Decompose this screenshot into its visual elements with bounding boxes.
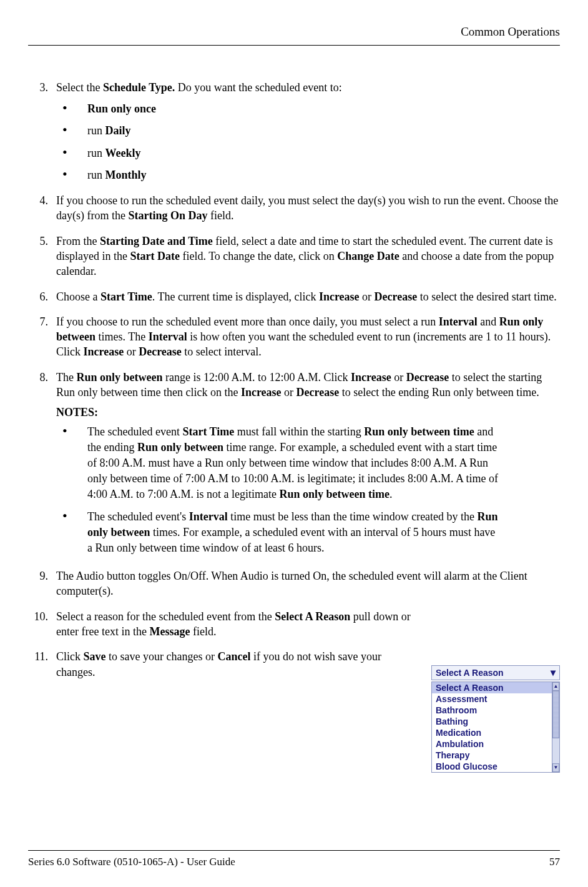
text: .: [390, 488, 393, 500]
bold: Start Time: [100, 290, 152, 303]
option-select-a-reason[interactable]: Select A Reason: [432, 682, 552, 693]
step-10: Select a reason for the scheduled event …: [28, 609, 560, 640]
bold: Run only once: [87, 102, 156, 115]
footer-divider: [28, 850, 560, 851]
text: must fall within the starting: [234, 425, 364, 438]
step-3: Select the Schedule Type. Do you want th…: [28, 80, 560, 183]
option-assessment[interactable]: Assessment: [432, 693, 552, 705]
step-5: From the Starting Date and Time field, s…: [28, 234, 560, 279]
text: run: [87, 147, 105, 159]
option-ambulation[interactable]: Ambulation: [432, 738, 552, 750]
notes-label: NOTES:: [56, 405, 560, 420]
bold: Interval: [189, 510, 228, 523]
text: The scheduled event: [87, 425, 182, 438]
text: Choose a: [56, 290, 100, 303]
bold: Schedule Type.: [103, 81, 175, 94]
text: to select the desired start time.: [417, 290, 556, 303]
step-3-bullets: Run only once run Daily run Weekly run M…: [56, 101, 560, 183]
scroll-thumb[interactable]: [552, 691, 559, 738]
bold: Increase: [319, 290, 360, 303]
bold: Weekly: [105, 147, 141, 159]
main-content: Select the Schedule Type. Do you want th…: [28, 80, 560, 680]
bold: Start Time: [182, 425, 234, 438]
bullet-weekly: run Weekly: [56, 146, 560, 161]
note-2: The scheduled event's Interval time must…: [56, 509, 560, 557]
text: to select interval.: [182, 345, 262, 358]
bold: Interval: [439, 315, 478, 328]
bold: Decrease: [296, 386, 340, 399]
select-reason-dropdown-figure: Select A Reason ▾ Select A Reason Assess…: [431, 665, 560, 773]
text: field.: [190, 625, 216, 638]
bold: Start Date: [130, 250, 179, 262]
header-divider: [28, 45, 560, 46]
select-reason-label: Select A Reason: [436, 668, 504, 678]
bold: Increase: [351, 371, 391, 384]
step-4: If you choose to run the scheduled event…: [28, 193, 560, 224]
select-reason-items: Select A Reason Assessment Bathroom Bath…: [432, 682, 552, 772]
bold: Message: [149, 625, 190, 638]
bold: NOTES: [56, 406, 94, 419]
option-bathing[interactable]: Bathing: [432, 716, 552, 727]
bullet-daily: run Daily: [56, 123, 560, 139]
bold: Decrease: [406, 371, 449, 384]
bold: Interval: [149, 330, 187, 343]
bold: Save: [84, 650, 106, 663]
text: field.: [207, 209, 233, 222]
option-blood-glucose[interactable]: Blood Glucose: [432, 761, 552, 772]
bold: Change Date: [337, 250, 399, 262]
bold: Run only between time: [364, 425, 474, 438]
bold: Monthly: [105, 169, 147, 181]
page-header-section: Common Operations: [28, 25, 560, 39]
scroll-up-icon[interactable]: ▲: [552, 682, 559, 691]
text: or: [124, 345, 139, 358]
text: . The current time is displayed, click: [152, 290, 319, 303]
text: range is 12:00 A.M. to 12:00 A.M. Click: [163, 371, 351, 384]
text: and: [478, 315, 499, 328]
text: From the: [56, 235, 100, 247]
bold: Daily: [105, 124, 131, 137]
text: to save your changes or: [106, 650, 218, 663]
notes-list: The scheduled event Start Time must fall…: [56, 424, 560, 557]
select-reason-listbox[interactable]: Select A Reason Assessment Bathroom Bath…: [431, 681, 560, 773]
text: Select the: [56, 81, 103, 94]
bold: Select A Reason: [275, 610, 350, 623]
chevron-down-icon: ▾: [551, 668, 556, 678]
scrollbar[interactable]: ▲ ▼: [552, 682, 559, 772]
text: :: [94, 406, 98, 419]
text: to select the ending Run only between ti…: [339, 386, 539, 399]
bold: Run only between time: [280, 488, 390, 500]
text: Do you want the scheduled event to:: [175, 81, 341, 94]
step-9: The Audio button toggles On/Off. When Au…: [28, 568, 560, 599]
option-bathroom[interactable]: Bathroom: [432, 705, 552, 716]
option-therapy[interactable]: Therapy: [432, 750, 552, 761]
page-number: 57: [549, 856, 560, 868]
text: The: [56, 371, 76, 384]
bold: Cancel: [217, 650, 250, 663]
scroll-down-icon[interactable]: ▼: [552, 763, 559, 772]
text: field. To change the date, click on: [180, 250, 337, 262]
text: run: [87, 124, 105, 137]
text: times. The: [96, 330, 149, 343]
bold: Starting Date and Time: [100, 235, 213, 247]
bold: Increase: [241, 386, 282, 399]
bold: Increase: [84, 345, 124, 358]
step-7: If you choose to run the scheduled event…: [28, 314, 560, 360]
text: Select a reason for the scheduled event …: [56, 610, 275, 623]
option-medication[interactable]: Medication: [432, 727, 552, 738]
text: The scheduled event's: [87, 510, 189, 523]
text: If you choose to run the scheduled event…: [56, 315, 439, 328]
bold: Run only between: [76, 371, 162, 384]
select-reason-closed[interactable]: Select A Reason ▾: [431, 665, 560, 680]
page-footer: Series 6.0 Software (0510-1065-A) - User…: [0, 850, 588, 868]
bold: Starting On Day: [128, 209, 207, 222]
text: or: [360, 290, 375, 303]
step-6: Choose a Start Time. The current time is…: [28, 289, 560, 304]
text: time must be less than the time window c…: [228, 510, 478, 523]
text: Click: [56, 650, 84, 663]
ordered-steps: Select the Schedule Type. Do you want th…: [28, 80, 560, 680]
bold: Decrease: [139, 345, 182, 358]
note-1: The scheduled event Start Time must fall…: [56, 424, 560, 503]
step-8: The Run only between range is 12:00 A.M.…: [28, 370, 560, 556]
scroll-track[interactable]: [552, 738, 559, 763]
text: or: [391, 371, 406, 384]
